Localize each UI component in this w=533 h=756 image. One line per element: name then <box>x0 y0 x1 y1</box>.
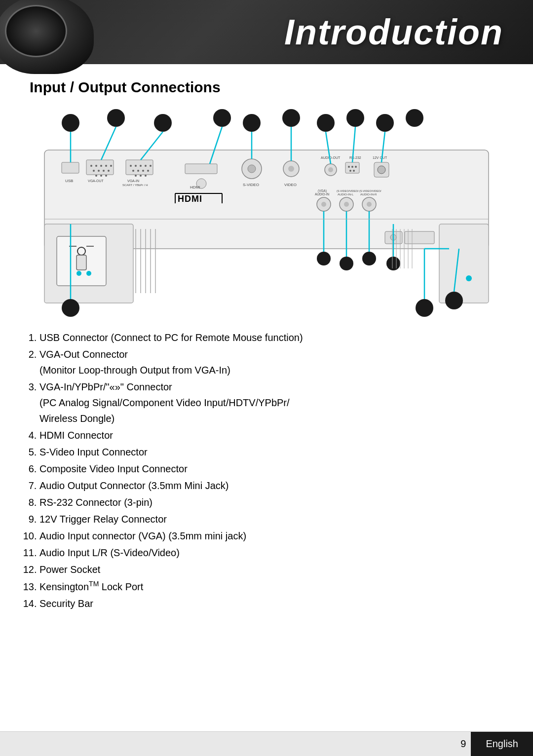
svg-point-70 <box>378 166 385 174</box>
svg-point-36 <box>132 170 134 172</box>
svg-point-78 <box>344 202 349 207</box>
svg-point-64 <box>351 166 353 168</box>
svg-point-18 <box>95 165 97 167</box>
svg-text:(S-VIDEO/VIDEO/: (S-VIDEO/VIDEO/ <box>359 189 381 192</box>
trademark-symbol: TM <box>89 580 99 588</box>
list-item-4: HDMI Connector <box>39 427 503 443</box>
svg-text:AUDIO-IN-L: AUDIO-IN-L <box>338 193 354 196</box>
svg-point-33 <box>140 165 142 167</box>
svg-text:USB: USB <box>65 179 73 183</box>
connections-diagram: USB VGA-OUT VGA-IN SCART / YBbPr / H HDM… <box>30 106 503 318</box>
svg-point-91 <box>376 114 394 132</box>
svg-rect-11 <box>405 231 434 244</box>
list-item-12: Power Socket <box>39 562 503 577</box>
svg-point-20 <box>105 165 107 167</box>
section-title: Input / Output Connections <box>30 79 503 96</box>
list-item-9: 12V Trigger Relay Connector <box>39 511 503 527</box>
svg-text:VGA-OUT: VGA-OUT <box>88 179 104 183</box>
svg-point-89 <box>317 114 335 132</box>
svg-point-31 <box>130 165 132 167</box>
svg-point-26 <box>95 175 97 177</box>
svg-point-27 <box>100 175 102 177</box>
svg-point-23 <box>98 170 100 172</box>
svg-rect-14 <box>62 162 79 173</box>
svg-text:AUDIO-OUT: AUDIO-OUT <box>321 156 341 159</box>
svg-point-21 <box>110 165 112 167</box>
list-item-1: USB Connector (Connect to PC for Remote … <box>39 330 503 345</box>
svg-point-66 <box>349 170 351 172</box>
svg-point-17 <box>90 165 92 167</box>
page-number: 9 <box>460 738 466 750</box>
svg-point-103 <box>317 252 331 265</box>
list-item-13: KensingtonTM Lock Port <box>39 578 503 595</box>
list-item-14: Security Bar <box>39 596 503 611</box>
svg-point-53 <box>248 165 256 173</box>
svg-point-67 <box>353 170 355 172</box>
svg-point-88 <box>282 109 300 127</box>
footer-language: English <box>471 732 533 756</box>
list-item-2: VGA-Out Connector (Monitor Loop-through … <box>39 346 503 378</box>
svg-text:HDMI: HDMI <box>190 185 200 189</box>
svg-text:HDMI: HDMI <box>178 194 202 204</box>
svg-point-87 <box>243 114 261 132</box>
svg-point-84 <box>107 109 125 127</box>
list-item-10: Audio Input connector (VGA) (3.5mm mini … <box>39 528 503 544</box>
svg-rect-30 <box>126 160 153 175</box>
svg-point-63 <box>348 166 350 168</box>
svg-point-28 <box>105 175 107 177</box>
svg-point-22 <box>93 170 95 172</box>
connections-list: USB Connector (Connect to PC for Remote … <box>30 330 503 611</box>
list-item-6: Composite Video Input Connector <box>39 461 503 477</box>
svg-text:(S-VIDEO/VIDEO/: (S-VIDEO/VIDEO/ <box>337 189 359 192</box>
svg-text:AUDIO-IN: AUDIO-IN <box>315 192 330 196</box>
svg-point-83 <box>62 114 79 132</box>
list-item-3: VGA-In/YPbPr/"«»" Connector (PC Analog S… <box>39 379 503 426</box>
svg-point-32 <box>135 165 137 167</box>
svg-point-108 <box>445 292 463 309</box>
svg-point-34 <box>145 165 147 167</box>
svg-rect-4 <box>76 255 86 270</box>
svg-rect-16 <box>86 160 114 175</box>
svg-text:12V OUT: 12V OUT <box>373 156 387 159</box>
svg-point-60 <box>328 167 333 172</box>
svg-point-38 <box>142 170 144 172</box>
svg-text:VGA-IN: VGA-IN <box>127 179 139 183</box>
footer-bar: 9 English <box>0 731 533 756</box>
page-title: Introduction <box>284 12 533 52</box>
svg-text:RS-232: RS-232 <box>349 156 361 159</box>
list-item-8: RS-232 Connector (3-pin) <box>39 494 503 510</box>
svg-point-13 <box>466 275 472 281</box>
svg-point-105 <box>362 252 376 265</box>
svg-point-102 <box>62 299 79 317</box>
svg-text:AUDIO-IN-R: AUDIO-IN-R <box>360 193 377 196</box>
svg-rect-12 <box>439 224 489 303</box>
list-item-5: S-Video Input Connector <box>39 444 503 460</box>
svg-point-37 <box>137 170 139 172</box>
main-content: Input / Output Connections <box>0 64 533 627</box>
svg-point-7 <box>76 271 81 276</box>
svg-point-40 <box>135 175 137 177</box>
svg-point-104 <box>340 257 353 270</box>
list-item-7: Audio Output Connector (3.5mm Mini Jack) <box>39 478 503 493</box>
svg-point-24 <box>103 170 105 172</box>
svg-point-85 <box>154 114 172 132</box>
diagram-container: USB VGA-OUT VGA-IN SCART / YBbPr / H HDM… <box>30 106 503 320</box>
svg-rect-45 <box>185 164 217 174</box>
svg-point-65 <box>355 166 357 168</box>
svg-point-42 <box>145 175 147 177</box>
page-header: Introduction <box>0 0 533 64</box>
svg-point-92 <box>406 109 423 127</box>
svg-point-41 <box>140 175 142 177</box>
svg-point-90 <box>346 109 364 127</box>
svg-text:VIDEO: VIDEO <box>284 183 297 187</box>
svg-point-25 <box>108 170 110 172</box>
svg-point-82 <box>367 202 372 207</box>
svg-point-35 <box>150 165 152 167</box>
svg-point-8 <box>86 271 91 276</box>
lens-decoration <box>0 0 94 74</box>
list-item-11: Audio Input L/R (S-Video/Video) <box>39 545 503 561</box>
svg-point-56 <box>288 166 294 172</box>
svg-point-106 <box>386 257 400 270</box>
svg-point-19 <box>100 165 102 167</box>
svg-text:S-VIDEO: S-VIDEO <box>243 183 259 187</box>
